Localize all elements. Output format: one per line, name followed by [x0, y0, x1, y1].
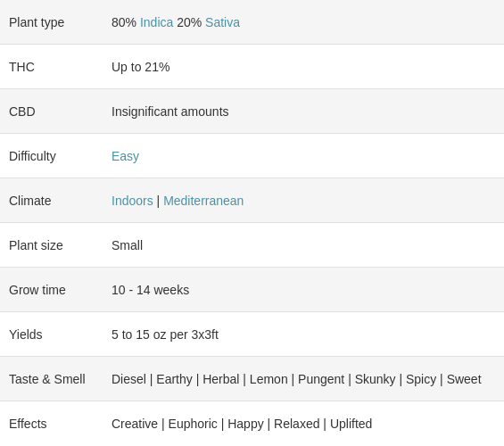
link-indica[interactable]: Indica — [140, 15, 173, 29]
separator-text: | — [153, 194, 163, 208]
separator-text: 20% — [173, 15, 205, 29]
value-plant-type: 80% Indica 20% Sativa — [103, 15, 504, 29]
label-difficulty: Difficulty — [0, 149, 103, 163]
row-plant-size: Plant sizeSmall — [0, 223, 504, 268]
label-plant-type: Plant type — [0, 15, 103, 29]
value-grow-time: 10 - 14 weeks — [103, 283, 504, 297]
row-climate: ClimateIndoors | Mediterranean — [0, 178, 504, 223]
value-cbd: Insignificant amounts — [103, 104, 504, 119]
value-effects: Creative | Euphoric | Happy | Relaxed | … — [103, 417, 504, 431]
label-cbd: CBD — [0, 104, 103, 119]
label-grow-time: Grow time — [0, 283, 103, 297]
row-cbd: CBDInsignificant amounts — [0, 89, 504, 134]
value-difficulty: Easy — [103, 149, 504, 163]
strain-info-table: Plant type80% Indica 20% SativaTHCUp to … — [0, 0, 504, 446]
row-grow-time: Grow time10 - 14 weeks — [0, 268, 504, 312]
row-effects: EffectsCreative | Euphoric | Happy | Rel… — [0, 401, 504, 446]
label-thc: THC — [0, 60, 103, 74]
link-sativa[interactable]: Sativa — [205, 15, 240, 29]
link-difficulty[interactable]: Easy — [112, 149, 139, 163]
value-climate: Indoors | Mediterranean — [103, 194, 504, 208]
row-plant-type: Plant type80% Indica 20% Sativa — [0, 0, 504, 45]
row-taste-smell: Taste & SmellDiesel | Earthy | Herbal | … — [0, 357, 504, 401]
link-indoors[interactable]: Indoors — [112, 194, 153, 208]
label-climate: Climate — [0, 194, 103, 208]
link-mediterranean[interactable]: Mediterranean — [163, 194, 244, 208]
row-thc: THCUp to 21% — [0, 45, 504, 89]
value-thc: Up to 21% — [103, 60, 504, 74]
row-difficulty: DifficultyEasy — [0, 134, 504, 178]
value-yields: 5 to 15 oz per 3x3ft — [103, 327, 504, 342]
label-taste-smell: Taste & Smell — [0, 372, 103, 386]
value-taste-smell: Diesel | Earthy | Herbal | Lemon | Punge… — [103, 372, 504, 386]
separator-text: 80% — [112, 15, 140, 29]
label-plant-size: Plant size — [0, 238, 103, 252]
label-effects: Effects — [0, 417, 103, 431]
value-plant-size: Small — [103, 238, 504, 252]
row-yields: Yields5 to 15 oz per 3x3ft — [0, 312, 504, 357]
label-yields: Yields — [0, 327, 103, 342]
